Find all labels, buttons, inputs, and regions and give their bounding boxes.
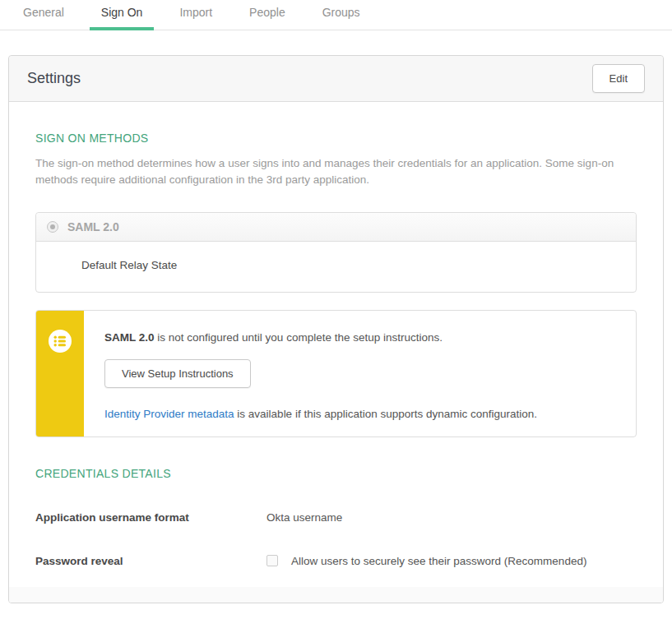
tab-groups[interactable]: Groups	[311, 0, 372, 30]
tab-import[interactable]: Import	[168, 0, 224, 30]
username-format-row: Application username format Okta usernam…	[35, 511, 637, 524]
callout-content: SAML 2.0 is not configured until you com…	[84, 311, 562, 437]
sign-on-methods-heading: SIGN ON METHODS	[35, 132, 637, 145]
username-format-label: Application username format	[35, 511, 266, 524]
tab-general[interactable]: General	[12, 0, 76, 30]
saml-radio[interactable]	[47, 221, 58, 233]
setup-list-icon	[49, 330, 72, 353]
callout-message-rest: is not configured until you complete the…	[155, 331, 443, 344]
edit-button[interactable]: Edit	[592, 64, 645, 93]
view-setup-instructions-button[interactable]: View Setup Instructions	[104, 359, 251, 388]
password-reveal-label: Password reveal	[35, 555, 266, 567]
credentials-details-heading: CREDENTIALS DETAILS	[35, 467, 637, 480]
default-relay-state-label: Default Relay State	[36, 242, 636, 292]
panel-footer	[9, 587, 663, 604]
tab-sign-on[interactable]: Sign On	[90, 0, 155, 30]
password-reveal-checkbox[interactable]	[266, 555, 278, 566]
saml-setup-callout: SAML 2.0 is not configured until you com…	[35, 310, 637, 437]
sign-on-methods-description: The sign-on method determines how a user…	[35, 155, 637, 189]
app-tabs: General Sign On Import People Groups	[0, 0, 672, 30]
identity-provider-metadata-link[interactable]: Identity Provider metadata	[104, 408, 234, 420]
idp-metadata-line: Identity Provider metadata is available …	[104, 408, 537, 420]
panel-title: Settings	[27, 70, 81, 87]
idp-metadata-line-rest: is available if this application support…	[234, 408, 537, 420]
saml-method-box: SAML 2.0 Default Relay State	[35, 212, 637, 293]
saml-method-header: SAML 2.0	[36, 213, 636, 242]
password-reveal-checkbox-wrap: Allow users to securely see their passwo…	[266, 555, 586, 567]
callout-message: SAML 2.0 is not configured until you com…	[104, 331, 537, 344]
saml-method-name: SAML 2.0	[67, 220, 119, 233]
password-reveal-checkbox-label: Allow users to securely see their passwo…	[291, 555, 586, 567]
settings-panel-header: Settings Edit	[9, 56, 663, 102]
settings-panel: Settings Edit SIGN ON METHODS The sign-o…	[8, 55, 664, 603]
username-format-value: Okta username	[266, 511, 342, 524]
callout-message-bold: SAML 2.0	[104, 331, 155, 344]
settings-panel-body: SIGN ON METHODS The sign-on method deter…	[9, 102, 663, 567]
tab-people[interactable]: People	[238, 0, 297, 30]
password-reveal-row: Password reveal Allow users to securely …	[35, 555, 637, 567]
callout-warning-bar	[36, 311, 84, 437]
